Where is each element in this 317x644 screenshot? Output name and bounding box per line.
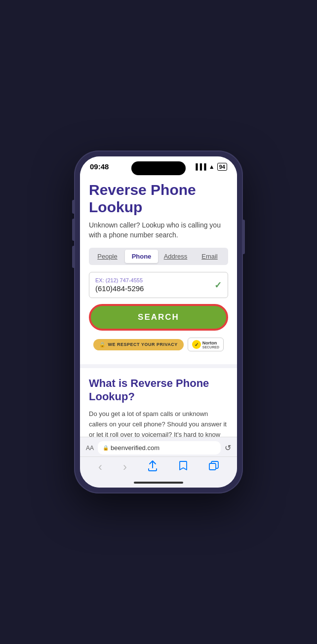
browser-aa-button[interactable]: AA: [86, 445, 94, 452]
tab-people[interactable]: People: [91, 250, 124, 263]
volume-up-button[interactable]: [72, 219, 74, 241]
browser-lock-icon: 🔒: [103, 445, 109, 451]
page-title: Reverse Phone Lookup: [89, 182, 228, 216]
phone-input-value: (610)484-5296: [95, 284, 222, 293]
browser-reload-button[interactable]: ↺: [225, 443, 231, 453]
volume-down-button[interactable]: [72, 246, 74, 268]
nav-bookmarks-button[interactable]: [178, 460, 188, 474]
status-time: 09:48: [90, 162, 109, 171]
signal-icon: ▐▐▐: [194, 163, 206, 170]
search-button[interactable]: SEARCH: [89, 304, 228, 331]
scroll-content[interactable]: Reverse Phone Lookup Unknown caller? Loo…: [80, 174, 237, 437]
svg-rect-0: [209, 463, 216, 470]
section-title-normal: What is Reverse: [89, 377, 176, 389]
search-input-container[interactable]: EX: (212) 747-4555 (610)484-5296 ✓: [89, 272, 228, 298]
phone-screen: 09:48 ▐▐▐ ▲ 94 Reverse Phone Lookup Unkn…: [80, 156, 237, 488]
tabs-container: People Phone Address Email: [89, 248, 228, 265]
power-button[interactable]: [243, 220, 245, 254]
browser-url-container[interactable]: 🔒 beenverified.com: [98, 441, 221, 455]
top-section: Reverse Phone Lookup Unknown caller? Loo…: [80, 174, 237, 364]
norton-badge: ✓ Norton SECURED: [188, 338, 224, 351]
phone-frame: 09:48 ▐▐▐ ▲ 94 Reverse Phone Lookup Unkn…: [74, 151, 243, 493]
mute-button[interactable]: [72, 200, 74, 214]
input-valid-checkmark: ✓: [214, 280, 222, 291]
nav-share-button[interactable]: [148, 460, 158, 474]
nav-tabs-button[interactable]: [209, 461, 219, 473]
battery-icon: 94: [217, 163, 227, 170]
home-indicator: [80, 479, 237, 488]
privacy-badge-label: WE RESPECT YOUR PRIVACY: [108, 342, 178, 347]
norton-label: Norton: [202, 341, 217, 345]
privacy-badge: 🔒 WE RESPECT YOUR PRIVACY: [93, 339, 184, 350]
norton-checkmark-icon: ✓: [192, 340, 201, 349]
input-example-label: EX: (212) 747-4555: [95, 277, 222, 283]
section-body: Do you get a lot of spam calls or unknow…: [89, 409, 228, 437]
nav-forward-button[interactable]: ›: [123, 460, 127, 474]
info-section: What is Reverse Phone Lookup? Do you get…: [80, 368, 237, 437]
bottom-navigation: ‹ ›: [80, 456, 237, 479]
home-bar: [134, 482, 183, 484]
status-icons: ▐▐▐ ▲ 94: [194, 163, 227, 170]
nav-back-button[interactable]: ‹: [98, 460, 102, 474]
page-subtitle: Unknown caller? Lookup who is calling yo…: [89, 221, 228, 240]
browser-bar: AA 🔒 beenverified.com ↺: [80, 437, 237, 456]
section-title: What is Reverse Phone Lookup?: [89, 377, 228, 403]
browser-url-text: beenverified.com: [111, 444, 159, 452]
badges-row: 🔒 WE RESPECT YOUR PRIVACY ✓ Norton SECUR…: [89, 338, 228, 354]
battery-level: 94: [217, 163, 227, 171]
tab-email[interactable]: Email: [193, 250, 226, 263]
norton-sublabel: SECURED: [202, 345, 219, 349]
tab-address[interactable]: Address: [159, 250, 192, 263]
tab-phone[interactable]: Phone: [125, 250, 158, 263]
wifi-icon: ▲: [209, 163, 215, 170]
section-title-end: Lookup?: [89, 390, 135, 403]
dynamic-island: [131, 161, 186, 175]
lock-icon: 🔒: [99, 342, 106, 347]
section-title-bold: Phone: [176, 377, 209, 389]
